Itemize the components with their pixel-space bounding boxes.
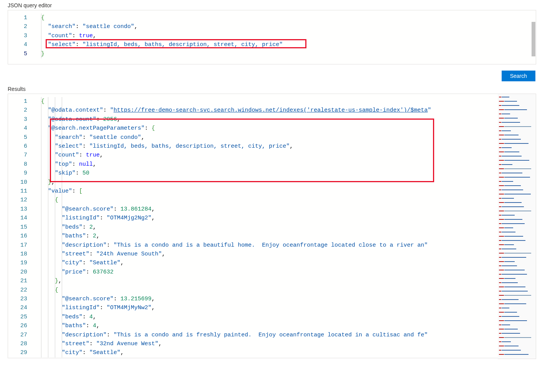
scrollbar-thumb[interactable] bbox=[532, 22, 535, 56]
query-gutter: 12345 bbox=[8, 10, 34, 61]
query-editor[interactable]: 12345 { "search": "seattle condo", "coun… bbox=[8, 10, 536, 64]
query-code[interactable]: { "search": "seattle condo", "count": tr… bbox=[34, 10, 536, 61]
minimap[interactable] bbox=[498, 94, 536, 359]
results-code: { "@odata.context": "https://free-demo-s… bbox=[34, 94, 498, 358]
results-label: Results bbox=[8, 84, 536, 94]
search-button[interactable]: Search bbox=[502, 71, 535, 81]
results-editor[interactable]: 1234567891011121314151617181920212223242… bbox=[8, 94, 498, 358]
query-editor-label: JSON query editor bbox=[8, 0, 536, 10]
results-gutter: 1234567891011121314151617181920212223242… bbox=[8, 94, 34, 358]
